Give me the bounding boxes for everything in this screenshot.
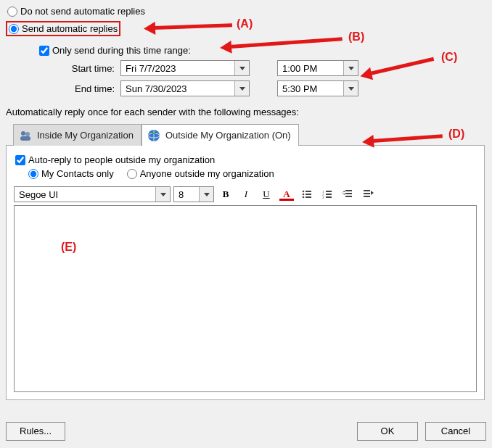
end-time-value: 5:30 PM bbox=[278, 83, 343, 94]
auto-reply-outside-checkbox[interactable] bbox=[15, 155, 25, 165]
tab-outside[interactable]: Outside My Organization (On) bbox=[142, 124, 299, 146]
do-not-send-row[interactable]: Do not send automatic replies bbox=[6, 6, 486, 17]
cancel-button[interactable]: Cancel bbox=[425, 422, 486, 441]
svg-rect-8 bbox=[306, 194, 311, 195]
underline-button[interactable]: U bbox=[258, 186, 275, 202]
svg-rect-17 bbox=[345, 190, 352, 191]
svg-point-0 bbox=[21, 131, 25, 136]
svg-rect-6 bbox=[306, 191, 311, 192]
chevron-down-icon[interactable] bbox=[234, 61, 249, 75]
contacts-only-label: My Contacts only bbox=[41, 168, 114, 179]
size-combo[interactable]: 8 bbox=[173, 186, 214, 202]
svg-rect-14 bbox=[326, 194, 332, 195]
start-time-value: 1:00 PM bbox=[278, 63, 343, 74]
number-list-button[interactable]: 123 bbox=[319, 186, 336, 202]
chevron-down-icon[interactable] bbox=[343, 81, 358, 96]
send-auto-row[interactable]: Send automatic replies bbox=[6, 21, 120, 36]
start-date-value: Fri 7/7/2023 bbox=[121, 63, 234, 74]
message-editor[interactable]: (E) bbox=[14, 205, 477, 392]
end-time-label: End time: bbox=[49, 83, 115, 94]
svg-rect-21 bbox=[364, 190, 370, 191]
chevron-down-icon[interactable] bbox=[343, 61, 358, 75]
font-color-button[interactable]: A bbox=[278, 186, 295, 202]
annotation-e: (E) bbox=[61, 241, 76, 254]
tab-inside[interactable]: Inside My Organization bbox=[13, 124, 142, 146]
svg-rect-12 bbox=[326, 191, 332, 192]
annotation-d: (D) bbox=[448, 128, 464, 141]
svg-rect-22 bbox=[364, 193, 370, 194]
indent-button[interactable] bbox=[359, 186, 377, 202]
start-time-combo[interactable]: 1:00 PM bbox=[277, 60, 358, 76]
annotation-b: (B) bbox=[348, 30, 364, 43]
svg-point-1 bbox=[25, 132, 30, 136]
end-date-value: Sun 7/30/2023 bbox=[121, 83, 234, 94]
svg-rect-23 bbox=[364, 196, 370, 197]
do-not-send-radio[interactable] bbox=[7, 7, 17, 17]
svg-rect-16 bbox=[326, 196, 332, 198]
send-auto-radio[interactable] bbox=[9, 24, 19, 34]
italic-button[interactable]: I bbox=[237, 186, 255, 202]
font-value: Segoe UI bbox=[15, 189, 155, 200]
chevron-down-icon[interactable] bbox=[199, 187, 213, 202]
outdent-button[interactable] bbox=[339, 186, 356, 202]
svg-text:3: 3 bbox=[322, 196, 324, 199]
bottom-bar: Rules... OK Cancel bbox=[6, 422, 486, 441]
chevron-down-icon[interactable] bbox=[234, 81, 249, 96]
tabs: Inside My Organization Outside My Organi… bbox=[13, 123, 486, 145]
contacts-only-option[interactable]: My Contacts only bbox=[27, 168, 114, 179]
svg-point-7 bbox=[303, 194, 305, 196]
only-send-checkbox[interactable] bbox=[39, 46, 49, 56]
start-time-label: Start time: bbox=[49, 63, 115, 74]
contacts-only-radio[interactable] bbox=[28, 169, 38, 179]
font-combo[interactable]: Segoe UI bbox=[14, 186, 171, 202]
only-send-row[interactable]: Only send during this time range: bbox=[38, 45, 486, 56]
bullet-list-button[interactable] bbox=[298, 186, 316, 202]
tab-outside-label: Outside My Organization (On) bbox=[165, 130, 291, 141]
svg-point-9 bbox=[303, 196, 305, 199]
end-time-row: End time: Sun 7/30/2023 5:30 PM bbox=[49, 80, 486, 96]
svg-point-5 bbox=[303, 191, 305, 193]
globe-icon bbox=[147, 128, 161, 143]
annotation-c: (C) bbox=[441, 51, 457, 64]
auto-reply-outside-row[interactable]: Auto-reply to people outside my organiza… bbox=[14, 154, 477, 165]
end-time-combo[interactable]: 5:30 PM bbox=[277, 80, 358, 96]
svg-rect-10 bbox=[306, 196, 311, 198]
annotation-a: (A) bbox=[237, 17, 253, 30]
auto-reply-outside-label: Auto-reply to people outside my organiza… bbox=[28, 154, 215, 165]
tab-inside-label: Inside My Organization bbox=[37, 130, 134, 141]
people-icon bbox=[18, 128, 33, 143]
rules-button[interactable]: Rules... bbox=[6, 422, 65, 441]
svg-rect-18 bbox=[345, 193, 352, 194]
arrow-a bbox=[154, 23, 232, 30]
bold-button[interactable]: B bbox=[217, 186, 234, 202]
only-send-label: Only send during this time range: bbox=[52, 45, 191, 56]
outside-scope-row: My Contacts only Anyone outside my organ… bbox=[27, 168, 477, 179]
anyone-label: Anyone outside my organization bbox=[140, 168, 274, 179]
chevron-down-icon[interactable] bbox=[155, 187, 170, 202]
svg-rect-2 bbox=[20, 136, 30, 141]
size-value: 8 bbox=[174, 189, 199, 200]
instruction-text: Automatically reply once for each sender… bbox=[6, 107, 486, 117]
svg-marker-24 bbox=[371, 191, 374, 195]
do-not-send-label: Do not send automatic replies bbox=[20, 6, 145, 17]
send-auto-label: Send automatic replies bbox=[22, 23, 118, 34]
anyone-option[interactable]: Anyone outside my organization bbox=[126, 168, 274, 179]
end-date-combo[interactable]: Sun 7/30/2023 bbox=[120, 80, 250, 96]
anyone-radio[interactable] bbox=[127, 169, 137, 179]
ok-button[interactable]: OK bbox=[357, 422, 418, 441]
format-toolbar: Segoe UI 8 B I U A 123 bbox=[14, 186, 477, 202]
start-date-combo[interactable]: Fri 7/7/2023 bbox=[120, 60, 250, 76]
svg-rect-19 bbox=[345, 196, 352, 197]
outside-panel: Auto-reply to people outside my organiza… bbox=[6, 145, 485, 400]
svg-marker-20 bbox=[342, 191, 345, 195]
